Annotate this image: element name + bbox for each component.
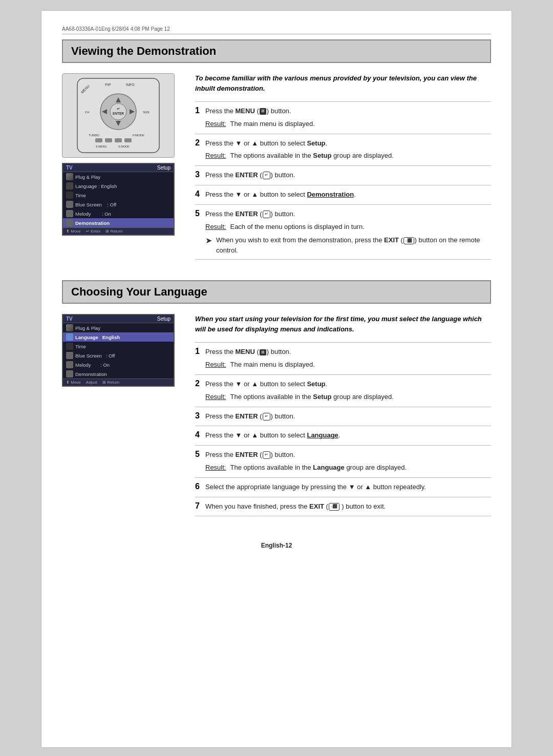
s2-step-7-num: 7 — [195, 497, 205, 516]
s2-step-5-row: 5 Press the ENTER (↵) button. Result: Th… — [195, 446, 491, 478]
tv-menu-header-1: TV Setup — [63, 164, 174, 172]
footer-move-1: ⬆ Move — [66, 229, 81, 234]
result-text-2: The options available in the Setup group… — [230, 151, 393, 161]
settings-icon-2 — [66, 370, 73, 377]
s2-step-3-row: 3 Press the ENTER (↵) button. — [195, 407, 491, 426]
s2-result-label-5: Result: — [205, 463, 226, 473]
section2-right-panel: When you start using your television for… — [195, 314, 491, 516]
step-3-content: Press the ENTER (↵) button. — [205, 166, 491, 185]
s2-result-label-1: Result: — [205, 360, 226, 370]
step-4-num: 4 — [195, 185, 205, 204]
step-3-num: 3 — [195, 166, 205, 185]
remote-svg: PIP INFO MENU ↵ ENTER — [67, 76, 169, 155]
row2-label-1: Language : English — [75, 183, 117, 189]
section2-steps: 1 Press the MENU (⊞) button. Result: The… — [195, 342, 491, 516]
setup-label-2: Setup — [157, 316, 171, 322]
tv-label-1: TV — [66, 165, 73, 171]
s2-step-2-result: Result: The options available in the Set… — [205, 392, 491, 403]
s2-step-6-content: Select the appropriate language by press… — [205, 477, 491, 497]
row5-label-1: Melody : On — [75, 211, 111, 217]
step-2-row: 2 Press the ▼ or ▲ button to select Setu… — [195, 134, 491, 166]
s2-step-6-num: 6 — [195, 477, 205, 497]
footer-return-2: ⊞ Return — [102, 380, 119, 385]
row1-label-1: Plug & Play — [75, 174, 100, 180]
tv-label-2: TV — [66, 316, 73, 322]
step-2-result: Result: The options available in the Set… — [205, 151, 491, 161]
footer-return-1: ⊞ Return — [105, 229, 122, 234]
s2-step-7-content: When you have finished, press the EXIT (… — [205, 497, 491, 516]
tv-menu-row-6: Demonstration — [63, 218, 174, 227]
section2-title: Choosing Your Language — [62, 280, 491, 304]
step-5-note: ➤ When you wish to exit from the demonst… — [205, 235, 491, 255]
svg-text:P.MODE: P.MODE — [133, 134, 144, 137]
s2-step-2-content: Press the ▼ or ▲ button to select Setup.… — [205, 374, 491, 407]
menu-icon-1a: ⊞ — [260, 108, 266, 115]
step-3-row: 3 Press the ENTER (↵) button. — [195, 166, 491, 185]
tv-menu-footer-2: ⬆ Move Adjust ⊞ Return — [63, 379, 174, 386]
step-1-result: Result: The main menu is displayed. — [205, 119, 491, 130]
s2-step-1-content: Press the MENU (⊞) button. Result: The m… — [205, 343, 491, 375]
step-5-num: 5 — [195, 204, 205, 260]
tv-menu-row-1: Plug & Play — [63, 172, 174, 181]
s2-step-2-num: 2 — [195, 374, 205, 407]
step-5-content: Press the ENTER (↵) button. Result: Each… — [205, 204, 491, 260]
enter-icon-s2-5: ↵ — [263, 451, 270, 459]
menu-icon-s2-1: ⊞ — [260, 349, 266, 356]
result-label-5: Result: — [205, 222, 226, 233]
clock-icon-2 — [66, 343, 73, 350]
svg-text:SIZE: SIZE — [143, 111, 150, 114]
step-2-num: 2 — [195, 134, 205, 166]
step-1-content: Press the MENU (⊞) button. Result: The m… — [205, 102, 491, 134]
s2-step-5-content: Press the ENTER (↵) button. Result: The … — [205, 446, 491, 478]
tv-menu-row-3: Time — [63, 191, 174, 200]
settings-icon-1 — [66, 219, 73, 226]
s2-step-4-content: Press the ▼ or ▲ button to select Langua… — [205, 426, 491, 446]
section1-steps: 1 Press the MENU (⊞) button. Result: The… — [195, 101, 491, 260]
section-demonstration: Viewing the Demonstration PIP INFO MENU — [62, 39, 491, 260]
s2-step-3-content: Press the ENTER (↵) button. — [205, 407, 491, 426]
s2-step-4-num: 4 — [195, 426, 205, 446]
speaker-icon-1 — [66, 201, 73, 208]
speaker-icon-2 — [66, 352, 73, 359]
tv-menu-row-4: Blue Screen : Off — [63, 200, 174, 209]
tv-menu-footer-1: ⬆ Move ↵ Enter ⊞ Return — [63, 227, 174, 235]
tv-menu-row-5: Melody : On — [63, 209, 174, 218]
note-text-5: When you wish to exit from the demonstra… — [216, 235, 491, 255]
section1-right-panel: To become familiar with the various menu… — [195, 73, 491, 260]
s2-result-text-2: The options available in the Setup group… — [230, 392, 393, 403]
svg-rect-18 — [115, 138, 122, 142]
step-1-row: 1 Press the MENU (⊞) button. Result: The… — [195, 102, 491, 134]
video-icon-1 — [66, 210, 73, 217]
tv-menu-row2-4: Blue Screen : Off — [63, 351, 174, 360]
clock-icon-1 — [66, 192, 73, 199]
row2-2-label: Language English — [75, 334, 120, 340]
s2-result-text-5: The options available in the Language gr… — [230, 463, 407, 473]
row2-1-label: Plug & Play — [75, 325, 100, 331]
result-label-1: Result: — [205, 119, 226, 130]
section1-title: Viewing the Demonstration — [62, 39, 491, 63]
row2-4-label: Blue Screen : Off — [75, 353, 115, 359]
tv-menu-header-2: TV Setup — [63, 315, 174, 323]
svg-text:INFO: INFO — [126, 83, 135, 87]
exit-icon-s2-7: -⬛ — [329, 503, 339, 511]
svg-text:S.MODE: S.MODE — [118, 145, 130, 148]
arrow-icon-5: ➤ — [205, 235, 212, 246]
section2-body: TV Setup Plug & Play Language English Ti… — [62, 314, 491, 516]
row3-label-1: Time — [75, 193, 86, 198]
section2-left-panel: TV Setup Plug & Play Language English Ti… — [62, 314, 185, 516]
svg-text:TURBO: TURBO — [89, 134, 99, 137]
section-language: Choosing Your Language TV Setup Plug & P… — [62, 280, 491, 516]
step-1-num: 1 — [195, 102, 205, 134]
s2-step-5-result: Result: The options available in the Lan… — [205, 463, 491, 473]
lang-icon-1 — [66, 182, 73, 190]
row2-5-label: Melody : On — [75, 362, 110, 368]
setup-label-1: Setup — [157, 165, 171, 171]
section2-intro: When you start using your television for… — [195, 314, 491, 334]
step-4-row: 4 Press the ▼ or ▲ button to select Demo… — [195, 185, 491, 204]
enter-icon-5a: ↵ — [263, 211, 270, 218]
svg-text:CH: CH — [85, 111, 90, 114]
s2-step-7-row: 7 When you have finished, press the EXIT… — [195, 497, 491, 516]
tv-menu-row2-2: Language English — [63, 332, 174, 342]
svg-text:ENTER: ENTER — [113, 112, 124, 115]
step-5-row: 5 Press the ENTER (↵) button. Result: Ea… — [195, 204, 491, 260]
